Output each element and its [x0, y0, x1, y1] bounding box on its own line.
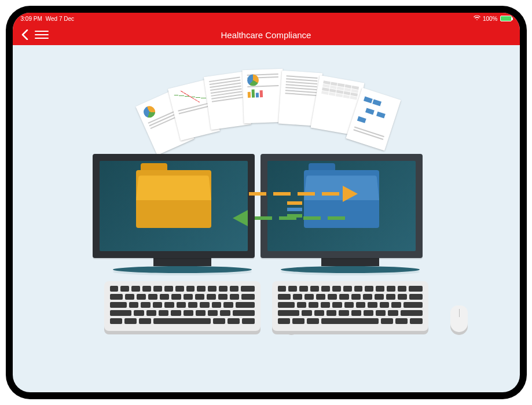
status-time: 3:09 PM	[21, 16, 42, 22]
keyboard	[104, 281, 261, 331]
content-area	[13, 45, 520, 392]
arrow-left-icon	[249, 216, 342, 220]
status-bar: 3:09 PM Wed 7 Dec 100%	[13, 13, 520, 24]
mouse	[450, 305, 468, 332]
document-page	[242, 69, 284, 123]
monitor	[261, 154, 423, 258]
tablet-device-frame: 3:09 PM Wed 7 Dec 100% Healthcare Compli…	[6, 6, 527, 399]
folder-icon	[136, 170, 211, 228]
arrow-right-icon	[249, 192, 342, 196]
computer-left	[93, 154, 272, 331]
file-transfer-illustration	[58, 73, 475, 351]
page-title: Healthcare Compliance	[13, 30, 520, 40]
computer-right	[261, 154, 440, 331]
keyboard	[272, 281, 428, 331]
navigation-bar: Healthcare Compliance	[13, 24, 520, 45]
monitor	[93, 154, 255, 258]
menu-button[interactable]	[35, 28, 49, 41]
back-button[interactable]	[19, 28, 31, 41]
wifi-icon	[474, 15, 480, 22]
screen: 3:09 PM Wed 7 Dec 100% Healthcare Compli…	[13, 13, 520, 392]
battery-percent: 100%	[483, 16, 498, 22]
status-date: Wed 7 Dec	[46, 16, 74, 22]
battery-icon	[500, 16, 512, 21]
